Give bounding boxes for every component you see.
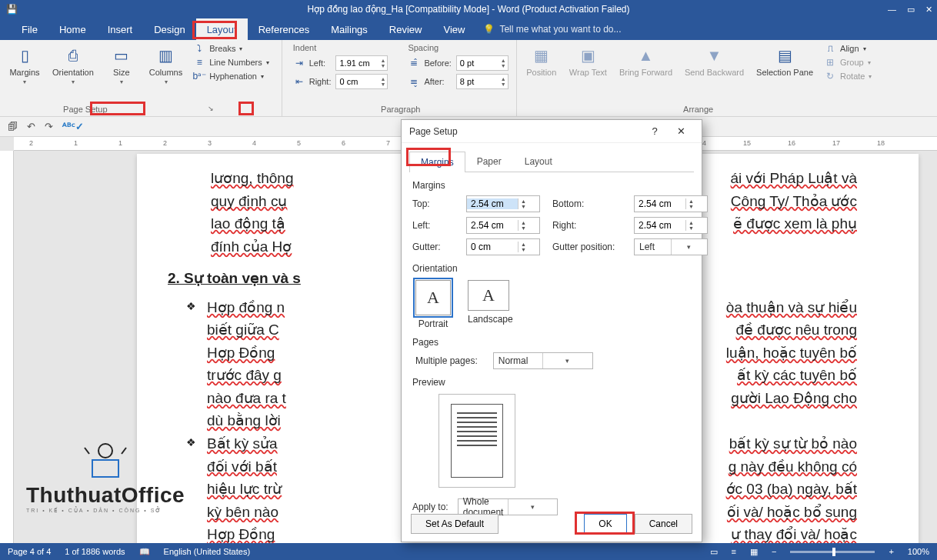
word-count[interactable]: 1 of 1886 words xyxy=(65,547,125,556)
tab-home[interactable]: Home xyxy=(48,18,97,40)
tab-references[interactable]: References xyxy=(248,18,320,40)
redo-icon[interactable]: ↷ xyxy=(45,121,53,132)
svg-point-1 xyxy=(98,444,112,458)
dialog-close-button[interactable]: ✕ xyxy=(668,125,694,137)
apply-to-select[interactable]: Whole document▾ xyxy=(458,498,558,515)
spacing-after-label: ≡̬After: xyxy=(408,76,451,87)
gutter-pos-select[interactable]: Left▾ xyxy=(634,238,708,255)
tab-file[interactable]: File xyxy=(11,18,48,40)
web-layout-icon[interactable]: ▦ xyxy=(750,547,758,557)
spacing-after-icon: ≡̬ xyxy=(408,76,420,87)
columns-button[interactable]: ▥Columns▾ xyxy=(148,43,184,87)
size-button[interactable]: ▭Size▾ xyxy=(105,43,138,87)
save-icon[interactable]: 💾 xyxy=(6,4,18,15)
zoom-in-icon[interactable]: + xyxy=(889,547,893,556)
hyphen-icon: bᵃ⁻ xyxy=(193,71,205,82)
orientation-icon: ⎙ xyxy=(62,45,84,66)
position-button: ▦Position xyxy=(525,43,559,78)
preview-box xyxy=(438,394,515,488)
read-mode-icon[interactable]: ▭ xyxy=(710,547,718,557)
size-icon: ▭ xyxy=(111,45,132,66)
close-window-icon[interactable]: ✕ xyxy=(925,5,932,15)
page-setup-dialog: Page Setup ? ✕ Margins Paper Layout Marg… xyxy=(401,119,702,542)
ok-button[interactable]: OK xyxy=(584,514,626,534)
rotate-button: ↻Rotate▾ xyxy=(824,71,872,82)
margins-button[interactable]: ▯Margins▾ xyxy=(8,43,42,87)
minimize-icon[interactable]: — xyxy=(888,5,896,15)
nav-pane-icon[interactable]: 🗐 xyxy=(8,121,18,132)
tab-mailings[interactable]: Mailings xyxy=(320,18,378,40)
print-layout-icon[interactable]: ≡ xyxy=(732,547,736,556)
cancel-button[interactable]: Cancel xyxy=(635,514,692,534)
gutter-label: Gutter: xyxy=(412,242,454,252)
hyphenation-button[interactable]: bᵃ⁻Hyphenation▾ xyxy=(193,71,268,82)
spacing-before-input[interactable]: ▲▼ xyxy=(456,55,509,71)
zoom-slider[interactable] xyxy=(790,551,875,553)
tell-me[interactable]: 💡Tell me what you want to do... xyxy=(483,24,621,35)
undo-icon[interactable]: ↶ xyxy=(27,121,35,132)
vertical-ruler[interactable] xyxy=(0,151,14,545)
wrap-text-button: ▣Wrap Text xyxy=(568,43,609,78)
preview-section-label: Preview xyxy=(412,377,691,388)
multiple-pages-select[interactable]: Normal▾ xyxy=(493,352,593,369)
indent-left-input[interactable]: ▲▼ xyxy=(335,55,388,71)
indent-right-input[interactable]: ▲▼ xyxy=(335,74,388,89)
svg-rect-0 xyxy=(92,460,118,477)
gutter-pos-label: Gutter position: xyxy=(552,242,622,252)
tab-layout[interactable]: Layout xyxy=(196,18,248,40)
bottom-input[interactable]: ▲▼ xyxy=(634,195,708,212)
portrait-option[interactable]: APortrait xyxy=(415,280,451,329)
selpane-icon: ▤ xyxy=(774,45,795,66)
align-button[interactable]: ⎍Align▾ xyxy=(824,43,872,54)
dialog-tab-margins[interactable]: Margins xyxy=(409,152,465,172)
spellcheck-status-icon[interactable]: 📖 xyxy=(139,547,150,557)
line-numbers-button[interactable]: ≡Line Numbers▾ xyxy=(193,57,268,68)
margins-icon: ▯ xyxy=(14,45,35,66)
right-label: Right: xyxy=(552,220,622,231)
align-icon: ⎍ xyxy=(824,43,836,54)
set-default-button[interactable]: Set As Default xyxy=(411,514,499,534)
page-count[interactable]: Page 4 of 4 xyxy=(8,547,51,556)
orientation-button[interactable]: ⎙Orientation▾ xyxy=(51,43,95,87)
language-status[interactable]: English (United States) xyxy=(164,547,251,556)
restore-icon[interactable]: ▭ xyxy=(907,5,915,15)
dialog-help-button[interactable]: ? xyxy=(642,125,668,137)
gutter-input[interactable]: ▲▼ xyxy=(466,238,540,255)
apply-to-label: Apply to: xyxy=(412,502,448,512)
selection-pane-button[interactable]: ▤Selection Pane xyxy=(755,43,815,78)
dialog-tab-paper[interactable]: Paper xyxy=(465,151,513,172)
tab-view[interactable]: View xyxy=(432,18,475,40)
zoom-level[interactable]: 100% xyxy=(908,547,929,556)
zoom-out-icon[interactable]: − xyxy=(772,547,776,556)
bottom-label: Bottom: xyxy=(552,198,622,209)
bring-forward-button: ▲Bring Forward xyxy=(618,43,674,78)
send-backward-button: ▼Send Backward xyxy=(683,43,745,78)
linenum-icon: ≡ xyxy=(193,57,205,68)
left-label: Left: xyxy=(412,220,454,231)
landscape-option[interactable]: ALandscape xyxy=(468,280,513,329)
arrange-label: Arrange xyxy=(525,104,872,115)
indent-right-label: ⇤Right: xyxy=(293,76,332,87)
wrap-icon: ▣ xyxy=(577,45,599,66)
top-input[interactable]: ▲▼ xyxy=(466,195,540,212)
spelling-icon[interactable]: ᴬᴮᶜ✓ xyxy=(62,121,84,132)
position-icon: ▦ xyxy=(531,45,552,66)
columns-icon: ▥ xyxy=(155,45,177,66)
tab-design[interactable]: Design xyxy=(143,18,195,40)
dialog-tab-layout[interactable]: Layout xyxy=(513,151,564,172)
watermark-logo: ThuthuatOffice TRI • KẾ • CỦA • DÂN • CÔ… xyxy=(26,434,185,514)
bringf-icon: ▲ xyxy=(635,45,656,66)
left-input[interactable]: ▲▼ xyxy=(466,217,540,234)
page-setup-label: Page Setup xyxy=(63,105,108,114)
page-setup-launcher-icon[interactable]: ↘ xyxy=(208,105,214,114)
spacing-after-input[interactable]: ▲▼ xyxy=(456,74,509,89)
group-button: ⊞Group▾ xyxy=(824,57,872,68)
tab-review[interactable]: Review xyxy=(378,18,433,40)
breaks-button[interactable]: ⤵Breaks▾ xyxy=(193,43,268,54)
tab-insert[interactable]: Insert xyxy=(97,18,144,40)
right-input[interactable]: ▲▼ xyxy=(634,217,708,234)
ribbon-tabs: File Home Insert Design Layout Reference… xyxy=(0,18,937,40)
bulb-icon: 💡 xyxy=(483,24,495,35)
breaks-icon: ⤵ xyxy=(193,43,205,54)
spacing-heading: Spacing xyxy=(408,43,508,52)
